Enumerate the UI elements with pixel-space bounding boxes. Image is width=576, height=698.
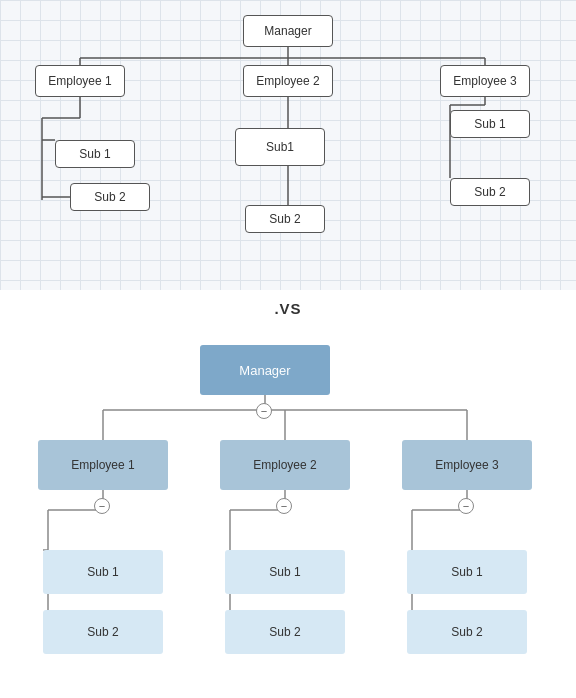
bottom-sub2a-box: Sub 2	[43, 610, 163, 654]
bottom-sub2c-box: Sub 2	[407, 610, 527, 654]
bottom-sub1a-box: Sub 1	[43, 550, 163, 594]
top-sub1b-label: Sub1	[266, 140, 294, 154]
top-emp3-label: Employee 3	[453, 74, 516, 88]
manager-collapse-button[interactable]: −	[256, 403, 272, 419]
top-section: Manager Employee 1 Employee 2 Employee 3…	[0, 0, 576, 290]
bottom-sub2c-label: Sub 2	[451, 625, 482, 639]
top-emp1-label: Employee 1	[48, 74, 111, 88]
bottom-emp2-box: Employee 2	[220, 440, 350, 490]
bottom-section: Manager − Employee 1 Employee 2 Employee…	[0, 325, 576, 698]
manager-collapse-icon: −	[261, 405, 267, 417]
top-sub2c-box: Sub 2	[450, 178, 530, 206]
top-sub1c-label: Sub 1	[474, 117, 505, 131]
vs-text: .VS	[274, 300, 301, 317]
emp2-collapse-icon: −	[281, 500, 287, 512]
top-sub1a-label: Sub 1	[79, 147, 110, 161]
top-sub2a-box: Sub 2	[70, 183, 150, 211]
top-sub1c-box: Sub 1	[450, 110, 530, 138]
bottom-sub2b-box: Sub 2	[225, 610, 345, 654]
bottom-sub2a-label: Sub 2	[87, 625, 118, 639]
bottom-emp2-label: Employee 2	[253, 458, 316, 472]
bottom-sub1b-box: Sub 1	[225, 550, 345, 594]
top-manager-box: Manager	[243, 15, 333, 47]
bottom-sub1a-label: Sub 1	[87, 565, 118, 579]
emp1-collapse-icon: −	[99, 500, 105, 512]
bottom-sub1c-label: Sub 1	[451, 565, 482, 579]
emp1-collapse-button[interactable]: −	[94, 498, 110, 514]
bottom-sub1b-label: Sub 1	[269, 565, 300, 579]
top-manager-label: Manager	[264, 24, 311, 38]
emp2-collapse-button[interactable]: −	[276, 498, 292, 514]
bottom-sub2b-label: Sub 2	[269, 625, 300, 639]
emp3-collapse-icon: −	[463, 500, 469, 512]
bottom-sub1c-box: Sub 1	[407, 550, 527, 594]
top-emp2-box: Employee 2	[243, 65, 333, 97]
emp3-collapse-button[interactable]: −	[458, 498, 474, 514]
top-sub2b-label: Sub 2	[269, 212, 300, 226]
bottom-emp3-label: Employee 3	[435, 458, 498, 472]
bottom-emp3-box: Employee 3	[402, 440, 532, 490]
top-sub2b-box: Sub 2	[245, 205, 325, 233]
bottom-manager-label: Manager	[239, 363, 290, 378]
bottom-diagram: Manager − Employee 1 Employee 2 Employee…	[0, 335, 576, 698]
top-emp3-box: Employee 3	[440, 65, 530, 97]
bottom-emp1-box: Employee 1	[38, 440, 168, 490]
bottom-emp1-label: Employee 1	[71, 458, 134, 472]
top-sub2a-label: Sub 2	[94, 190, 125, 204]
top-emp1-box: Employee 1	[35, 65, 125, 97]
top-sub2c-label: Sub 2	[474, 185, 505, 199]
top-diagram: Manager Employee 1 Employee 2 Employee 3…	[0, 0, 576, 290]
vs-label: .VS	[0, 290, 576, 325]
top-sub1b-box: Sub1	[235, 128, 325, 166]
top-sub1a-box: Sub 1	[55, 140, 135, 168]
top-emp2-label: Employee 2	[256, 74, 319, 88]
bottom-manager-box: Manager	[200, 345, 330, 395]
